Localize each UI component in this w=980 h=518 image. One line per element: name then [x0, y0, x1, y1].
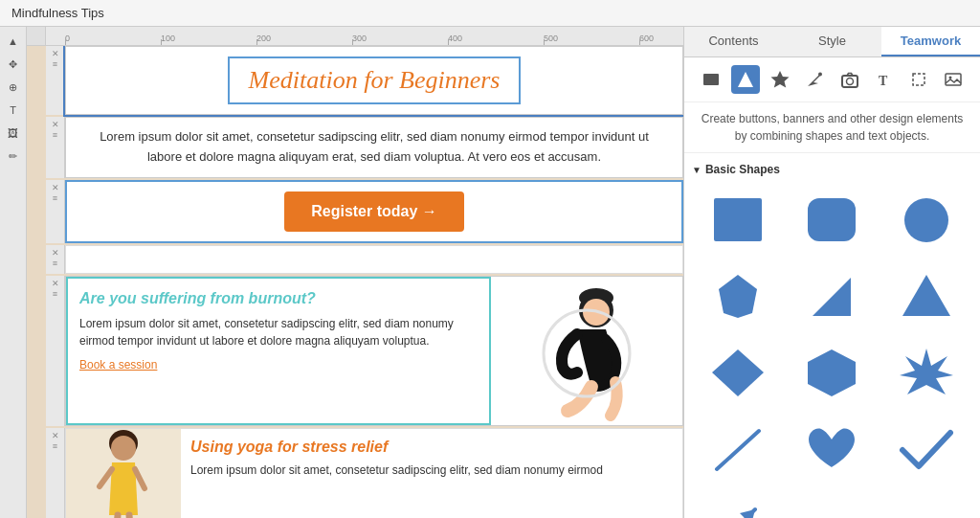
text-tool[interactable]: T [3, 100, 24, 121]
ruler-mark-600: 600 [639, 34, 683, 43]
move-icon-5[interactable]: ≡ [53, 290, 57, 299]
shape-heart[interactable] [790, 416, 874, 483]
shape-rounded-rect[interactable] [790, 186, 874, 253]
yoga-image [66, 429, 181, 518]
app-title: Mindfulness Tips [0, 6, 116, 20]
top-bar: Mindfulness Tips [0, 0, 980, 27]
move-tool[interactable]: ✥ [3, 54, 24, 75]
ruler-top: 0 100 200 300 400 500 600 700 [46, 27, 683, 46]
ruler-marks: 0 100 200 300 400 500 600 700 [65, 34, 683, 43]
svg-marker-11 [738, 72, 753, 87]
yoga-content: Using yoga for stress relief Lorem ipsum… [181, 429, 682, 518]
shape-circle[interactable] [884, 186, 969, 253]
figure-area [491, 277, 682, 425]
button-row: ✕ ≡ Register today → [46, 180, 683, 243]
move-icon[interactable]: ≡ [53, 60, 57, 69]
svg-marker-23 [813, 278, 851, 316]
ruler-container: 0 100 200 300 400 500 600 700 [27, 27, 683, 46]
svg-point-15 [846, 79, 853, 85]
image-tool-btn[interactable] [939, 65, 968, 94]
rectangle-tool-btn[interactable] [697, 65, 725, 94]
tab-teamwork[interactable]: Teamwork [881, 27, 980, 56]
shape-arrow[interactable] [696, 492, 780, 518]
svg-text:T: T [879, 74, 888, 88]
svg-marker-26 [808, 349, 856, 396]
body-text: Lorem ipsum dolor sit amet, consetetur s… [100, 129, 649, 164]
shape-triangle[interactable] [884, 262, 969, 329]
svg-point-19 [948, 77, 951, 79]
shapes-header: ▼ Basic Shapes [692, 161, 972, 178]
divider-handle: ✕ ≡ [46, 245, 65, 274]
tools-description: Create buttons, banners and other design… [684, 102, 980, 153]
burnout-row: ✕ ≡ Are you suffering from burnout? Lore… [46, 276, 683, 426]
svg-marker-12 [771, 71, 790, 88]
burnout-handle: ✕ ≡ [46, 276, 65, 426]
close-icon-2[interactable]: ✕ [52, 121, 59, 129]
ruler-mark-100: 100 [161, 34, 256, 43]
svg-rect-17 [913, 74, 924, 85]
close-icon[interactable]: ✕ [52, 50, 59, 58]
burnout-link[interactable]: Book a session [79, 358, 157, 372]
svg-line-7 [135, 469, 145, 488]
triangle-tool-btn[interactable] [731, 65, 760, 94]
camera-icon [840, 70, 859, 89]
close-icon-4[interactable]: ✕ [52, 249, 59, 258]
ruler-mark-300: 300 [352, 34, 448, 43]
person-figure [515, 277, 658, 425]
canvas-wrapper: ✕ ≡ Meditation for Beginners ✕ ≡ Lorem i… [27, 46, 683, 518]
yoga-section: Using yoga for stress relief Lorem ipsum… [65, 428, 683, 518]
close-icon-5[interactable]: ✕ [52, 280, 59, 288]
yoga-row: ✕ ≡ [46, 428, 683, 518]
triangle-icon [736, 70, 755, 89]
move-icon-2[interactable]: ≡ [53, 131, 57, 140]
shape-square[interactable] [696, 186, 780, 253]
shape-right-triangle[interactable] [790, 262, 874, 329]
svg-line-8 [116, 515, 118, 518]
pen-tool-btn[interactable] [800, 65, 829, 94]
button-section[interactable]: Register today → [65, 180, 683, 243]
move-icon-3[interactable]: ≡ [53, 194, 57, 203]
left-panel: ▲ ✥ ⊕ T 🖼 ✏ [0, 27, 27, 518]
shape-starburst[interactable] [884, 339, 969, 406]
shape-line[interactable] [696, 416, 780, 483]
zoom-tool[interactable]: ⊕ [3, 77, 24, 98]
close-icon-3[interactable]: ✕ [52, 184, 59, 192]
shape-hexagon[interactable] [790, 339, 874, 406]
divider-row: ✕ ≡ [46, 245, 683, 274]
yoga-handle: ✕ ≡ [46, 428, 65, 518]
tab-contents[interactable]: Contents [684, 27, 783, 56]
tools-row: T [684, 57, 980, 102]
register-button[interactable]: Register today → [284, 191, 464, 232]
text-section[interactable]: Lorem ipsum dolor sit amet, consetetur s… [65, 117, 683, 178]
text-row: ✕ ≡ Lorem ipsum dolor sit amet, consetet… [46, 117, 683, 178]
text-tool-btn[interactable]: T [870, 65, 899, 94]
banner-section[interactable]: Meditation for Beginners [65, 46, 683, 115]
image-tool[interactable]: 🖼 [3, 123, 24, 144]
svg-point-22 [904, 198, 948, 242]
star-tool-btn[interactable] [766, 65, 794, 94]
close-icon-6[interactable]: ✕ [52, 432, 59, 440]
draw-tool[interactable]: ✏ [3, 146, 24, 167]
chevron-down-icon: ▼ [692, 165, 702, 175]
svg-point-13 [818, 73, 822, 77]
shape-shield[interactable] [696, 262, 780, 329]
crop-icon [909, 70, 928, 89]
yoga-body: Lorem ipsum dolor sit amet, consetetur s… [190, 462, 673, 479]
move-icon-4[interactable]: ≡ [53, 259, 57, 268]
star-icon [770, 70, 790, 89]
select-tool[interactable]: ▲ [3, 31, 24, 52]
crop-tool-btn[interactable] [904, 65, 933, 94]
move-icon-6[interactable]: ≡ [53, 442, 57, 451]
button-handle: ✕ ≡ [46, 180, 65, 243]
shape-diamond[interactable] [696, 339, 780, 406]
burnout-card[interactable]: Are you suffering from burnout? Lorem ip… [66, 277, 491, 425]
svg-rect-21 [808, 198, 856, 241]
shape-checkmark[interactable] [884, 416, 969, 483]
image-icon [944, 70, 963, 89]
shapes-section: ▼ Basic Shapes [684, 153, 980, 518]
tab-style[interactable]: Style [783, 27, 881, 56]
banner-title: Meditation for Beginners [228, 56, 522, 104]
burnout-content: Are you suffering from burnout? Lorem ip… [65, 276, 683, 426]
camera-tool-btn[interactable] [835, 65, 864, 94]
yoga-person [85, 429, 162, 518]
